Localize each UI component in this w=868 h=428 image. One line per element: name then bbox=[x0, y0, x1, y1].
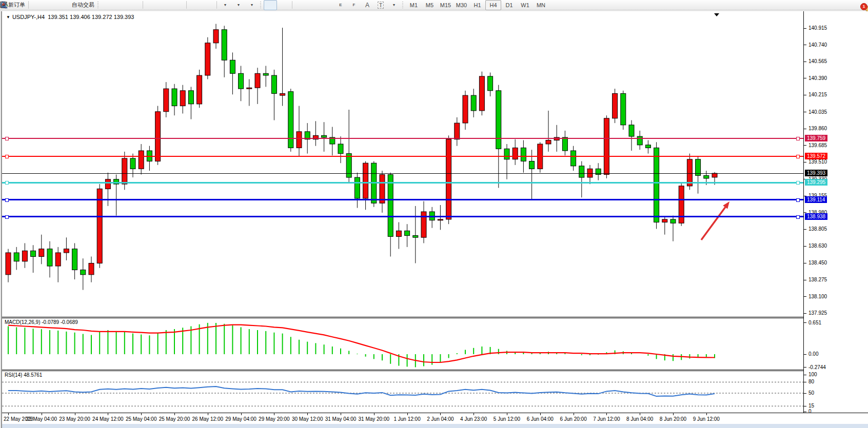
tf-button-m1[interactable]: M1 bbox=[406, 0, 422, 10]
date-axis[interactable]: 22 May 202323 May 04:0023 May 20:0024 Ma… bbox=[2, 413, 868, 424]
auto-scroll-button[interactable] bbox=[188, 0, 202, 10]
date-tick-mark bbox=[606, 413, 607, 415]
tf-button-m5[interactable]: M5 bbox=[422, 0, 438, 10]
date-tick-mark bbox=[474, 413, 474, 415]
toolbar-grip bbox=[260, 2, 262, 9]
periods-button[interactable]: ▼ bbox=[232, 0, 245, 10]
tf-button-h1[interactable]: H1 bbox=[469, 0, 485, 10]
arrows-button[interactable]: ▼ bbox=[387, 0, 401, 10]
hline-139.393[interactable] bbox=[2, 173, 803, 174]
zoom-out-button[interactable] bbox=[158, 0, 171, 10]
date-tick-label: 7 Jun 12:00 bbox=[589, 416, 623, 422]
channel-letter: E bbox=[339, 3, 342, 7]
channel-button[interactable]: E bbox=[334, 0, 347, 10]
new-order-button[interactable]: 新订单 bbox=[7, 0, 27, 10]
hline-price-flag: 139.759 bbox=[805, 135, 827, 141]
hline-138.938[interactable] bbox=[2, 216, 803, 217]
hline-handle-left[interactable] bbox=[5, 215, 9, 219]
templates-button[interactable]: ▼ bbox=[245, 0, 259, 10]
toolbar-grip bbox=[402, 2, 404, 9]
date-tick-mark bbox=[75, 413, 75, 415]
paint-bucket-button[interactable] bbox=[30, 0, 44, 10]
price-tick-label: 140.915 bbox=[808, 25, 827, 31]
line-chart-button[interactable] bbox=[128, 0, 141, 10]
hline-139.572[interactable] bbox=[2, 156, 803, 157]
date-tick-label: 25 May 20:00 bbox=[157, 416, 191, 422]
text-tool-glyph: A bbox=[365, 2, 369, 9]
text-label-button[interactable]: T bbox=[374, 0, 387, 10]
fibo-letter: F bbox=[353, 3, 356, 7]
hline-handle-right[interactable] bbox=[796, 155, 800, 158]
horizontal-line-button[interactable] bbox=[307, 0, 321, 10]
label-tool-glyph: T bbox=[378, 2, 384, 9]
price-axis: 140.915140.740140.565140.390140.215140.0… bbox=[804, 11, 868, 424]
main-chart-surface[interactable] bbox=[2, 11, 803, 317]
hline-handle-left[interactable] bbox=[5, 155, 9, 158]
hline-handle-right[interactable] bbox=[796, 181, 800, 185]
chart-shift-button[interactable] bbox=[202, 0, 215, 10]
collapse-marker-icon[interactable]: ▼ bbox=[6, 15, 10, 19]
text-button[interactable]: A bbox=[361, 0, 374, 10]
toolbar-separator bbox=[143, 1, 143, 9]
arrow-annotation[interactable] bbox=[701, 201, 729, 240]
date-tick-label: 25 May 04:00 bbox=[124, 416, 158, 422]
hline-handle-right[interactable] bbox=[796, 198, 800, 202]
date-tick-label: 1 Jun 12:00 bbox=[390, 416, 424, 422]
tf-button-m30[interactable]: M30 bbox=[453, 0, 469, 10]
rsi-tick-label: 80 bbox=[808, 379, 814, 384]
time-marker-triangle-icon[interactable] bbox=[714, 13, 719, 16]
toolbar-separator bbox=[216, 1, 217, 9]
hline-handle-right[interactable] bbox=[796, 137, 800, 140]
hline-handle-right[interactable] bbox=[796, 215, 800, 219]
hline-handle-left[interactable] bbox=[5, 198, 9, 202]
price-tick-mark bbox=[804, 162, 806, 162]
trendline-button[interactable] bbox=[321, 0, 334, 10]
tf-button-mn[interactable]: MN bbox=[533, 0, 549, 10]
fibonacci-button[interactable]: F bbox=[347, 0, 361, 10]
price-tick-label: 138.100 bbox=[808, 294, 827, 299]
price-tick-label: 138.450 bbox=[808, 260, 827, 266]
zoom-in-button[interactable] bbox=[145, 0, 158, 10]
rsi-pane-surface[interactable] bbox=[2, 371, 803, 413]
vertical-line-button[interactable] bbox=[294, 0, 307, 10]
autotrading-button[interactable]: 自动交易 bbox=[70, 0, 96, 10]
community-button[interactable] bbox=[44, 0, 57, 10]
macd-tick-label: 0.00 bbox=[808, 351, 818, 357]
date-tick-mark bbox=[274, 413, 274, 415]
hline-139.295[interactable] bbox=[2, 182, 803, 184]
hline-handle-left[interactable] bbox=[5, 181, 9, 185]
macd-pane-surface[interactable] bbox=[2, 318, 803, 370]
tile-windows-button[interactable] bbox=[171, 0, 185, 10]
hline-139.759[interactable] bbox=[2, 138, 803, 139]
tf-button-h4[interactable]: H4 bbox=[485, 0, 501, 10]
cursor-button[interactable] bbox=[264, 0, 277, 10]
macd-tick-mark bbox=[804, 354, 806, 355]
crosshair-button[interactable] bbox=[277, 0, 290, 10]
price-tick-mark bbox=[804, 62, 806, 62]
tf-button-w1[interactable]: W1 bbox=[517, 0, 533, 10]
date-tick-mark bbox=[640, 413, 640, 415]
date-tick-mark bbox=[540, 413, 541, 415]
date-tick-mark bbox=[241, 413, 242, 415]
hline-139.114[interactable] bbox=[2, 199, 803, 200]
date-tick-label: 4 Jun 23:00 bbox=[457, 416, 490, 422]
indicators-button[interactable]: ▼ bbox=[219, 0, 232, 10]
search-icon bbox=[0, 1, 8, 9]
candlestick-chart-button[interactable] bbox=[114, 0, 128, 10]
bar-chart-button[interactable] bbox=[101, 0, 114, 10]
sounds-button[interactable] bbox=[57, 0, 70, 10]
date-tick-label: 5 Jun 12:00 bbox=[490, 416, 524, 422]
price-tick-label: 139.860 bbox=[808, 126, 827, 131]
dropdown-caret: ▼ bbox=[224, 3, 227, 7]
search-button[interactable] bbox=[846, 0, 860, 10]
date-tick-label: 29 May 20:00 bbox=[257, 416, 291, 422]
macd-tick-mark bbox=[804, 367, 806, 368]
price-tick-mark bbox=[804, 129, 806, 129]
tf-button-m15[interactable]: M15 bbox=[438, 0, 453, 10]
tf-button-d1[interactable]: D1 bbox=[501, 0, 517, 10]
macd-label: MACD(12,26,9) -0.0789 -0.0689 bbox=[5, 319, 78, 325]
hline-handle-left[interactable] bbox=[5, 137, 9, 140]
price-tick-label: 138.275 bbox=[808, 277, 827, 282]
toolbar-right: 1 bbox=[846, 0, 865, 10]
price-tick-mark bbox=[804, 296, 806, 297]
